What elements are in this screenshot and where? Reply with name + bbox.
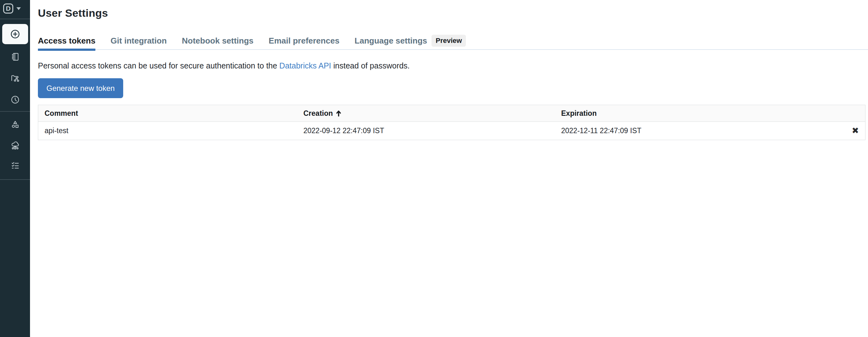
column-header-creation[interactable]: Creation	[297, 105, 555, 122]
sidebar-item-workspace[interactable]	[10, 52, 21, 62]
table-header-row: Comment Creation Expiration	[38, 105, 866, 122]
sidebar-divider	[0, 19, 30, 19]
clock-icon	[10, 95, 20, 105]
tab-access-tokens[interactable]: Access tokens	[38, 36, 95, 49]
folder-branch-icon	[10, 73, 20, 83]
tab-language-settings[interactable]: Language settings	[355, 36, 427, 49]
tokens-table: Comment Creation Expiration api-test 202…	[38, 105, 866, 140]
preview-badge: Preview	[432, 35, 466, 47]
token-comment-cell: api-test	[38, 122, 297, 140]
databricks-logo-icon: D	[3, 3, 13, 13]
sidebar: D	[0, 0, 30, 337]
sidebar-item-repos[interactable]	[10, 73, 21, 83]
column-header-expiration[interactable]: Expiration	[555, 105, 840, 122]
description-text: Personal access tokens can be used for s…	[38, 61, 279, 70]
sort-ascending-icon	[336, 110, 342, 117]
sidebar-item-recents[interactable]	[10, 94, 21, 105]
sidebar-item-workflows[interactable]	[10, 160, 21, 171]
cloud-cluster-icon	[10, 140, 20, 150]
description-text: instead of passwords.	[331, 61, 410, 70]
column-header-comment[interactable]: Comment	[38, 105, 297, 122]
delete-token-icon[interactable]: ✖	[851, 126, 859, 135]
tokens-description: Personal access tokens can be used for s…	[38, 62, 868, 70]
token-actions-cell: ✖	[840, 122, 866, 140]
sidebar-item-compute[interactable]	[10, 140, 21, 151]
table-row: api-test 2022-09-12 22:47:09 IST 2022-12…	[38, 122, 866, 140]
tab-email-preferences[interactable]: Email preferences	[269, 36, 340, 49]
app-window: D	[0, 0, 868, 337]
token-expiration-cell: 2022-12-11 22:47:09 IST	[555, 122, 840, 140]
page-title: User Settings	[38, 6, 868, 20]
column-header-actions	[840, 105, 866, 122]
sidebar-item-new[interactable]	[2, 24, 28, 44]
workspace-switcher[interactable]: D	[3, 3, 21, 14]
token-creation-cell: 2022-09-12 22:47:09 IST	[297, 122, 555, 140]
shapes-icon	[10, 119, 20, 129]
notebook-icon	[10, 52, 20, 62]
databricks-api-link[interactable]: Databricks API	[279, 61, 331, 70]
tab-notebook-settings[interactable]: Notebook settings	[182, 36, 254, 49]
logo-letter: D	[6, 5, 10, 12]
plus-circle-icon	[9, 28, 21, 40]
sidebar-divider	[0, 179, 30, 180]
generate-new-token-button[interactable]: Generate new token	[38, 78, 123, 98]
task-list-icon	[10, 160, 20, 170]
chevron-down-icon	[17, 7, 21, 10]
main-content: User Settings Access tokens Git integrat…	[30, 0, 868, 337]
tab-bar: Access tokens Git integration Notebook s…	[38, 35, 868, 50]
sidebar-item-data[interactable]	[10, 119, 21, 130]
sidebar-divider	[0, 111, 30, 112]
tab-git-integration[interactable]: Git integration	[111, 36, 167, 49]
